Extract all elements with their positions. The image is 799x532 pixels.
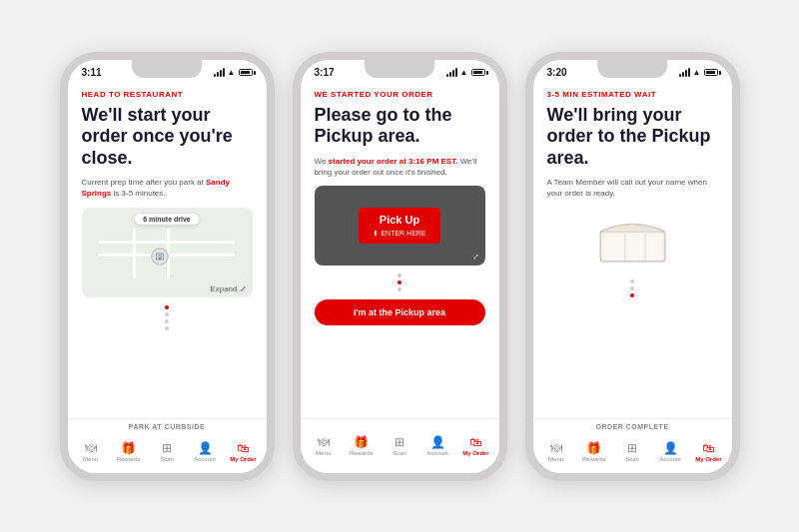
- wifi-icon-1: ▲: [228, 68, 236, 77]
- dot-2: [165, 312, 169, 316]
- main-heading-1: We'll start your order once you're close…: [82, 105, 253, 170]
- expand-label-1: Expand: [210, 284, 237, 293]
- tab-myorder-1[interactable]: 🛍 My Order: [229, 441, 257, 462]
- cta-button-2[interactable]: I'm at the Pickup area: [315, 299, 485, 325]
- food-box-3: [592, 210, 672, 269]
- tab-menu-3[interactable]: 🍽 Menu: [542, 441, 570, 462]
- dot-2-3: [398, 287, 401, 291]
- tab-myorder-2[interactable]: 🛍 My Order: [461, 435, 489, 456]
- tab-bar-2: 🍽 Menu 🎁 Rewards ⊞ Scan 👤 Account 🛍: [301, 419, 499, 473]
- tab-menu-2[interactable]: 🍽 Menu: [310, 435, 338, 456]
- wifi-icon-2: ▲: [460, 68, 468, 77]
- phone-2: 3:17 ▲ WE STARTED YOUR ORDER Please go t…: [293, 52, 507, 481]
- sub-text-2: We started your order at 3:16 PM EST. We…: [315, 156, 485, 178]
- account-icon-3: 👤: [663, 441, 678, 455]
- menu-label-3: Menu: [548, 456, 563, 462]
- signal-icon-3: [679, 68, 690, 77]
- tab-rewards-2[interactable]: 🎁 Rewards: [348, 435, 376, 456]
- main-heading-2: Please go to the Pickup area.: [315, 105, 485, 148]
- signal-icon-2: [446, 68, 457, 77]
- menu-icon-1: 🍽: [85, 441, 97, 455]
- tab-bar-3: 🍽 Menu 🎁 Rewards ⊞ Scan 👤 Account 🛍: [533, 430, 732, 473]
- scan-label-1: Scan: [160, 456, 174, 462]
- myorder-icon-3: 🛍: [702, 441, 714, 455]
- phone-1-content: HEAD TO RESTAURANT We'll start your orde…: [68, 82, 267, 334]
- step-label-2: WE STARTED YOUR ORDER: [315, 90, 485, 99]
- menu-icon-3: 🍽: [550, 441, 562, 455]
- account-label-3: Account: [659, 456, 681, 462]
- bottom-bar-3: ORDER COMPLETE 🍽 Menu 🎁 Rewards ⊞ Scan 👤…: [533, 418, 732, 473]
- pickup-image-2: Pick Up ⬆ ENTER HERE ⤢: [315, 186, 485, 266]
- rewards-label-2: Rewards: [350, 450, 374, 456]
- dot-3-2: [630, 286, 634, 290]
- pickup-expand-2[interactable]: ⤢: [472, 253, 479, 262]
- phone-notch-1: [132, 60, 202, 78]
- rewards-icon-3: 🎁: [586, 441, 601, 455]
- phone-notch-3: [597, 60, 667, 78]
- scan-icon-1: ⊞: [162, 441, 172, 455]
- dot-2-1: [398, 273, 401, 277]
- battery-icon-2: [471, 69, 485, 76]
- sub-text-3: A Team Member will call out your name wh…: [547, 177, 718, 199]
- highlight-2: started your order at 3:16 PM EST.: [329, 157, 458, 166]
- wifi-icon-3: ▲: [693, 68, 701, 77]
- account-label-1: Account: [194, 456, 216, 462]
- tab-bar-1: 🍽 Menu 🎁 Rewards ⊞ Scan 👤 Account 🛍: [68, 430, 267, 473]
- tab-account-1[interactable]: 👤 Account: [191, 441, 219, 462]
- time-2: 3:17: [315, 67, 335, 78]
- myorder-label-3: My Order: [695, 456, 721, 462]
- phone-3: 3:20 ▲ 3-5 MIN ESTIMATED WAIT We'll brin…: [525, 52, 740, 481]
- progress-dots-1: [82, 305, 253, 330]
- svg-rect-1: [603, 234, 662, 260]
- expand-btn-1[interactable]: Expand ⤢: [210, 284, 246, 293]
- tab-scan-2[interactable]: ⊞ Scan: [386, 435, 413, 456]
- step-label-1: HEAD TO RESTAURANT: [82, 90, 253, 99]
- tab-account-3[interactable]: 👤 Account: [656, 441, 684, 462]
- park-label-1: PARK AT CURBSIDE: [68, 419, 267, 430]
- tab-scan-1[interactable]: ⊞ Scan: [153, 441, 181, 462]
- myorder-icon-2: 🛍: [469, 435, 481, 449]
- road-v-2: [133, 229, 136, 278]
- map-area-1: 6 minute drive 🏢 Expand ⤢: [82, 208, 253, 297]
- pickup-sign-2: Pick Up ⬆ ENTER HERE: [359, 208, 439, 244]
- rewards-label-3: Rewards: [582, 456, 606, 462]
- scan-label-3: Scan: [625, 456, 639, 462]
- scan-label-2: Scan: [393, 450, 406, 456]
- tab-account-2[interactable]: 👤 Account: [423, 435, 451, 456]
- time-3: 3:20: [547, 67, 567, 78]
- menu-icon-2: 🍽: [318, 435, 330, 449]
- tab-rewards-1[interactable]: 🎁 Rewards: [115, 441, 143, 462]
- time-1: 3:11: [82, 67, 102, 78]
- menu-label-1: Menu: [83, 456, 98, 462]
- tab-menu-1[interactable]: 🍽 Menu: [77, 441, 105, 462]
- phone-3-content: 3-5 MIN ESTIMATED WAIT We'll bring your …: [533, 82, 732, 301]
- status-icons-3: ▲: [679, 68, 718, 77]
- tab-scan-3[interactable]: ⊞ Scan: [618, 441, 646, 462]
- location-pin-1: 🏢: [151, 248, 169, 266]
- myorder-label-1: My Order: [230, 456, 256, 462]
- bottom-bar-1: PARK AT CURBSIDE 🍽 Menu 🎁 Rewards ⊞ Scan…: [68, 418, 267, 473]
- sub-text-1: Current prep time after you park at Sand…: [82, 177, 253, 199]
- expand-icon-1: ⤢: [240, 284, 247, 293]
- signal-icon-1: [214, 68, 225, 77]
- tab-myorder-3[interactable]: 🛍 My Order: [694, 441, 722, 462]
- dot-3-1: [630, 279, 634, 283]
- myorder-label-2: My Order: [462, 450, 488, 456]
- tab-rewards-3[interactable]: 🎁 Rewards: [580, 441, 608, 462]
- phones-container: 3:11 ▲ HEAD TO RESTAURANT We'll start yo…: [40, 32, 760, 501]
- battery-icon-1: [239, 69, 253, 76]
- rewards-icon-1: 🎁: [121, 441, 136, 455]
- map-badge-1: 6 minute drive: [135, 214, 198, 225]
- main-heading-3: We'll bring your order to the Pickup are…: [547, 105, 718, 170]
- order-complete-label-3: ORDER COMPLETE: [533, 419, 732, 430]
- progress-dots-2: [315, 273, 485, 291]
- bottom-bar-2: 🍽 Menu 🎁 Rewards ⊞ Scan 👤 Account 🛍: [301, 418, 499, 473]
- rewards-label-1: Rewards: [117, 456, 141, 462]
- progress-dots-3: [547, 279, 718, 297]
- dot-1: [165, 305, 169, 309]
- scan-icon-2: ⊞: [395, 435, 404, 449]
- phone-1: 3:11 ▲ HEAD TO RESTAURANT We'll start yo…: [60, 52, 275, 481]
- scan-icon-3: ⊞: [627, 441, 637, 455]
- status-icons-1: ▲: [214, 68, 253, 77]
- dot-2-2: [398, 280, 401, 284]
